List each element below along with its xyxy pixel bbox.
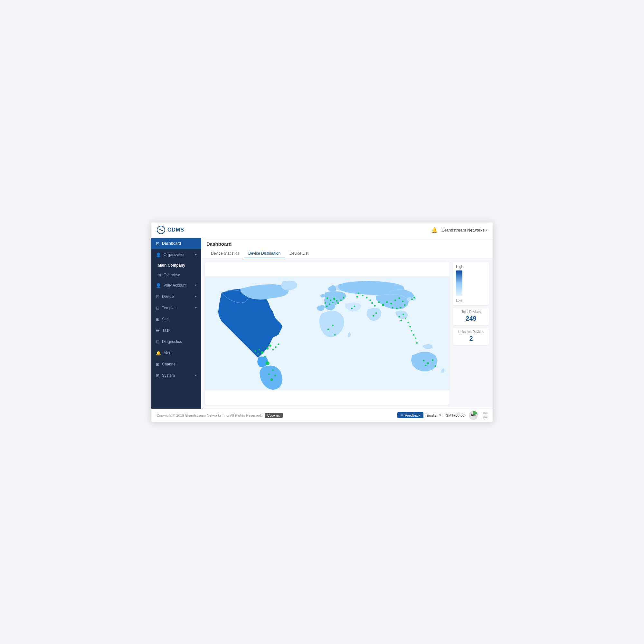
sidebar-item-dashboard[interactable]: ⊡ Dashboard bbox=[151, 238, 201, 249]
svg-point-3 bbox=[267, 347, 269, 349]
alert-icon: 🔔 bbox=[156, 351, 161, 355]
svg-point-67 bbox=[423, 360, 424, 361]
svg-point-46 bbox=[369, 299, 371, 301]
svg-point-7 bbox=[272, 349, 274, 350]
cookies-button[interactable]: Cookies bbox=[265, 413, 283, 418]
svg-point-29 bbox=[354, 305, 355, 307]
tab-bar: Device Statistics Device Distribution De… bbox=[206, 249, 488, 258]
top-header: GDMS 🔔 Grandstream Networks ▾ bbox=[151, 223, 493, 238]
tab-device-statistics[interactable]: Device Statistics bbox=[206, 249, 244, 258]
svg-point-48 bbox=[362, 294, 364, 296]
svg-point-49 bbox=[358, 292, 359, 294]
user-menu[interactable]: Grandstream Networks ▾ bbox=[441, 228, 488, 232]
traffic-down: ↓ K/s bbox=[481, 415, 488, 420]
sidebar-item-task[interactable]: ☰ Task bbox=[151, 325, 201, 336]
svg-point-69 bbox=[435, 365, 436, 367]
svg-point-68 bbox=[425, 365, 426, 366]
voip-chevron-icon: ▾ bbox=[195, 284, 197, 287]
language-selector[interactable]: English ▾ bbox=[427, 413, 441, 417]
legend-low-label: Low bbox=[456, 299, 486, 302]
sidebar-label-device: Device bbox=[162, 294, 193, 299]
svg-point-64 bbox=[416, 342, 418, 344]
svg-point-13 bbox=[270, 378, 273, 381]
svg-point-36 bbox=[390, 303, 392, 304]
overview-icon: ⊞ bbox=[158, 273, 161, 277]
svg-point-55 bbox=[398, 316, 400, 317]
svg-point-12 bbox=[266, 361, 270, 365]
copyright-text: Copyright © 2019 Grandstream Networks, I… bbox=[156, 413, 262, 417]
svg-point-58 bbox=[400, 319, 402, 321]
content-area: Dashboard Device Statistics Device Distr… bbox=[201, 238, 493, 409]
sidebar-label-system: System bbox=[162, 373, 193, 378]
svg-point-37 bbox=[394, 299, 396, 301]
total-devices-value: 249 bbox=[456, 315, 486, 322]
svg-point-57 bbox=[405, 317, 406, 319]
sidebar-item-diagnostics[interactable]: ⊡ Diagnostics bbox=[151, 336, 201, 347]
sidebar-label-alert: Alert bbox=[164, 351, 197, 355]
unknown-devices-value: 2 bbox=[456, 335, 486, 342]
svg-point-61 bbox=[411, 330, 412, 331]
svg-point-45 bbox=[371, 302, 373, 304]
usage-circle-indicator: 18% bbox=[469, 411, 478, 420]
footer-right: ✏ Feedback English ▾ (GMT+08:00) 18% ↑ K… bbox=[397, 411, 488, 420]
svg-point-23 bbox=[326, 305, 327, 307]
traffic-info: ↑ K/s ↓ K/s bbox=[481, 411, 488, 419]
svg-point-42 bbox=[396, 308, 398, 309]
logo-area: GDMS bbox=[156, 225, 184, 234]
device-icon: ⊡ bbox=[156, 294, 159, 299]
site-icon: ⊞ bbox=[156, 317, 159, 322]
sidebar-item-main-company[interactable]: Main Company bbox=[151, 260, 201, 270]
svg-point-60 bbox=[409, 326, 411, 327]
feedback-button[interactable]: ✏ Feedback bbox=[397, 412, 423, 418]
svg-point-22 bbox=[329, 303, 330, 305]
svg-point-6 bbox=[269, 345, 271, 347]
sidebar-label-overview: Overview bbox=[164, 273, 180, 277]
svg-point-24 bbox=[324, 302, 326, 304]
svg-point-21 bbox=[332, 301, 334, 303]
svg-point-59 bbox=[407, 322, 409, 323]
sidebar-item-system[interactable]: ⊞ System ▾ bbox=[151, 370, 201, 381]
diagnostics-icon: ⊡ bbox=[156, 339, 159, 344]
sidebar-item-overview[interactable]: ⊞ Overview bbox=[151, 270, 201, 280]
header-right: 🔔 Grandstream Networks ▾ bbox=[431, 227, 488, 233]
user-menu-chevron-icon: ▾ bbox=[486, 228, 488, 232]
sidebar-item-device[interactable]: ⊡ Device ▾ bbox=[151, 291, 201, 302]
sidebar-item-channel[interactable]: ⊞ Channel bbox=[151, 359, 201, 370]
sidebar-item-voip-account[interactable]: 👤 VoIP Account ▾ bbox=[151, 280, 201, 291]
unknown-devices-box: Unknown Devices 2 bbox=[453, 327, 489, 345]
sidebar-label-template: Template bbox=[162, 306, 193, 310]
svg-point-63 bbox=[415, 337, 416, 339]
svg-point-20 bbox=[336, 300, 337, 301]
sidebar-item-alert[interactable]: 🔔 Alert bbox=[151, 347, 201, 359]
user-name: Grandstream Networks bbox=[441, 228, 485, 232]
footer: Copyright © 2019 Grandstream Networks, I… bbox=[151, 409, 493, 422]
footer-left: Copyright © 2019 Grandstream Networks, I… bbox=[156, 413, 283, 418]
sidebar-label-site: Site bbox=[162, 317, 197, 321]
svg-point-34 bbox=[382, 304, 384, 306]
sidebar-item-organization[interactable]: 👤 Organization ▾ bbox=[151, 249, 201, 260]
svg-point-10 bbox=[257, 353, 259, 355]
notification-bell-icon[interactable]: 🔔 bbox=[431, 227, 438, 233]
svg-point-53 bbox=[411, 298, 413, 300]
tab-device-list[interactable]: Device List bbox=[285, 249, 313, 258]
app-logo-text: GDMS bbox=[167, 227, 184, 233]
sidebar-item-site[interactable]: ⊞ Site bbox=[151, 314, 201, 325]
svg-point-62 bbox=[413, 334, 414, 336]
svg-point-15 bbox=[268, 373, 270, 375]
sidebar-item-template[interactable]: ⊟ Template ▾ bbox=[151, 302, 201, 314]
unknown-devices-label: Unknown Devices bbox=[456, 330, 486, 334]
svg-point-33 bbox=[378, 301, 380, 303]
sidebar-label-channel: Channel bbox=[162, 362, 197, 366]
task-icon: ☰ bbox=[156, 328, 160, 333]
sidebar-label-organization: Organization bbox=[164, 252, 193, 257]
svg-point-52 bbox=[375, 312, 377, 314]
tab-device-distribution[interactable]: Device Distribution bbox=[244, 249, 285, 258]
content-body: High Low Total Devices 249 Unknown Devic… bbox=[201, 258, 493, 409]
svg-point-28 bbox=[351, 308, 353, 309]
svg-point-2 bbox=[261, 351, 263, 354]
content-header: Dashboard Device Statistics Device Distr… bbox=[201, 238, 493, 258]
svg-point-26 bbox=[340, 299, 342, 301]
sidebar-label-task: Task bbox=[162, 328, 197, 333]
voip-icon: 👤 bbox=[156, 283, 161, 288]
system-chevron-icon: ▾ bbox=[195, 374, 197, 377]
